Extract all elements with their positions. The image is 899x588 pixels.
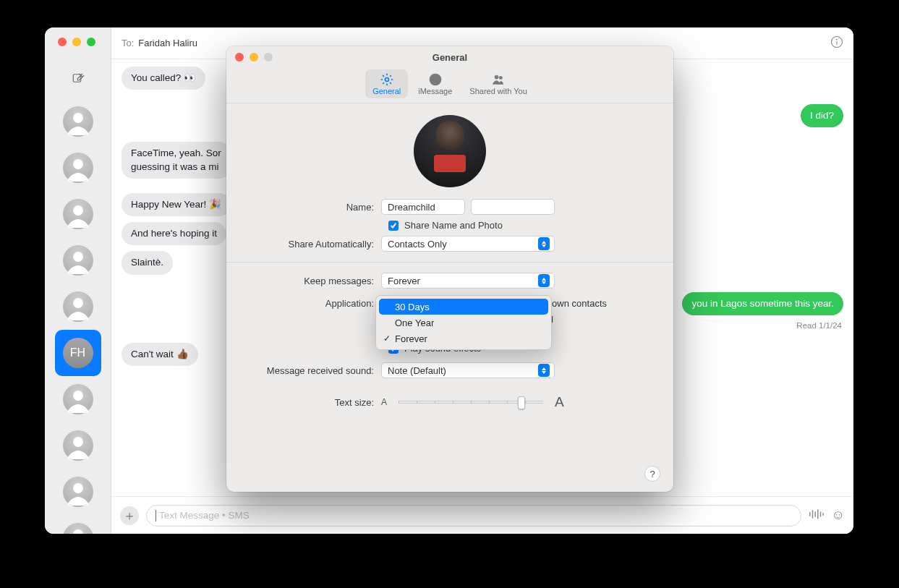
avatar-icon xyxy=(63,199,93,229)
avatar-icon xyxy=(63,291,93,322)
tab-imessage[interactable]: iMessage xyxy=(411,69,459,98)
close-window-button[interactable] xyxy=(58,38,67,46)
dropdown-option-30-days[interactable]: 30 Days xyxy=(379,299,548,315)
name-label: Name: xyxy=(250,202,381,213)
share-auto-label: Share Automatically: xyxy=(250,239,381,250)
avatar-icon xyxy=(63,523,93,534)
checkmark-icon: ✓ xyxy=(383,333,391,344)
help-button[interactable]: ? xyxy=(644,466,660,482)
message-bubble[interactable]: Can't wait 👍🏾 xyxy=(122,343,198,366)
svg-point-1 xyxy=(73,113,83,123)
message-input[interactable]: Text Message • SMS xyxy=(146,505,801,527)
checkbox-label: Share Name and Photo xyxy=(404,220,503,231)
share-name-photo-checkbox[interactable]: Share Name and Photo xyxy=(250,220,650,231)
conversation-item-selected[interactable]: FH xyxy=(55,330,101,376)
compose-button[interactable] xyxy=(45,64,111,93)
first-name-input[interactable]: Dreamchild xyxy=(381,199,465,215)
message-bubble[interactable]: FaceTime, yeah. Sorguessing it was a mi xyxy=(122,142,231,178)
slider-thumb[interactable] xyxy=(518,396,525,409)
keep-messages-select[interactable]: Forever xyxy=(381,273,555,289)
text-size-label: Text size: xyxy=(250,397,381,408)
conversation-item[interactable] xyxy=(55,376,101,422)
avatar-icon xyxy=(63,245,93,276)
message-bubble[interactable]: Slaintè. xyxy=(122,251,173,274)
avatar-icon xyxy=(63,153,93,183)
minimize-window-button[interactable] xyxy=(72,38,81,46)
select-arrows-icon xyxy=(538,274,550,287)
prefs-zoom-button xyxy=(264,53,273,61)
composer: ＋ Text Message • SMS ☺ xyxy=(111,496,853,534)
dropdown-option-one-year[interactable]: One Year xyxy=(379,315,548,331)
apps-button[interactable]: ＋ xyxy=(120,506,139,525)
received-sound-label: Message received sound: xyxy=(250,365,381,376)
select-arrows-icon xyxy=(538,364,550,377)
text-size-slider[interactable] xyxy=(399,401,543,404)
placeholder-text: Text Message • SMS xyxy=(159,510,250,521)
svg-point-6 xyxy=(73,391,83,401)
application-label: Application: xyxy=(250,298,381,309)
last-name-input[interactable] xyxy=(471,199,555,215)
prefs-minimize-button[interactable] xyxy=(250,53,258,61)
text-size-small-icon: A xyxy=(381,397,387,407)
conversation-item[interactable] xyxy=(55,237,101,284)
conversation-item[interactable] xyxy=(55,284,101,330)
sidebar: FH xyxy=(45,27,111,534)
svg-point-22 xyxy=(499,76,502,79)
prefs-tabbar: General iMessage Shared with You xyxy=(226,68,673,103)
emoji-picker-button[interactable]: ☺ xyxy=(832,508,845,523)
avatar-icon xyxy=(63,477,93,507)
message-bubble[interactable]: You called? 👀 xyxy=(122,67,205,90)
svg-point-8 xyxy=(73,483,83,493)
keep-messages-dropdown: 30 Days One Year ✓Forever xyxy=(375,295,552,350)
avatar-initials: FH xyxy=(63,338,93,368)
prefs-titlebar: General xyxy=(226,46,673,68)
zoom-window-button[interactable] xyxy=(87,38,95,46)
avatar-icon xyxy=(63,430,93,461)
conversation-item[interactable] xyxy=(55,98,101,145)
text-cursor xyxy=(155,510,156,521)
message-bubble[interactable]: I did? xyxy=(801,104,843,127)
tab-shared-with-you[interactable]: Shared with You xyxy=(462,69,534,98)
text-size-large-icon: A xyxy=(555,394,564,410)
svg-point-20 xyxy=(433,77,438,82)
conversation-item[interactable] xyxy=(55,515,101,534)
select-arrows-icon xyxy=(538,237,550,250)
svg-point-21 xyxy=(495,75,498,79)
details-button[interactable] xyxy=(830,35,843,51)
window-traffic-lights xyxy=(45,27,111,64)
svg-point-11 xyxy=(837,39,838,40)
to-name[interactable]: Faridah Haliru xyxy=(138,38,197,48)
conversation-item[interactable] xyxy=(55,422,101,469)
svg-point-7 xyxy=(73,437,83,447)
prefs-title-text: General xyxy=(433,52,467,63)
message-bubble[interactable]: And here's hoping it xyxy=(122,222,226,245)
svg-point-4 xyxy=(73,252,83,262)
prefs-close-button[interactable] xyxy=(235,53,244,61)
svg-rect-0 xyxy=(73,74,81,82)
keep-messages-label: Keep messages: xyxy=(250,276,381,286)
tab-label: General xyxy=(372,87,401,95)
conversation-list: FH xyxy=(45,93,111,534)
received-sound-select[interactable]: Note (Default) xyxy=(381,362,555,378)
tab-general[interactable]: General xyxy=(365,69,408,98)
message-bubble[interactable]: you in Lagos sometime this year. xyxy=(682,292,843,315)
checkbox-checked-icon xyxy=(388,221,399,231)
select-value: Note (Default) xyxy=(388,365,446,376)
conversation-item[interactable] xyxy=(55,191,101,237)
conversation-item[interactable] xyxy=(55,469,101,515)
audio-message-button[interactable] xyxy=(809,508,825,522)
avatar-icon xyxy=(63,106,93,137)
svg-point-18 xyxy=(385,78,388,82)
profile-photo[interactable] xyxy=(414,115,486,187)
svg-point-9 xyxy=(73,529,83,534)
divider xyxy=(226,262,673,263)
message-bubble[interactable]: Happy New Year! 🎉 xyxy=(122,193,231,216)
gear-icon xyxy=(379,72,395,87)
tab-label: iMessage xyxy=(418,87,452,95)
tab-label: Shared with You xyxy=(469,87,527,95)
share-auto-select[interactable]: Contacts Only xyxy=(381,236,555,252)
conversation-item[interactable] xyxy=(55,145,101,191)
people-icon xyxy=(490,72,506,87)
at-icon xyxy=(427,72,443,87)
dropdown-option-forever[interactable]: ✓Forever xyxy=(379,331,548,346)
